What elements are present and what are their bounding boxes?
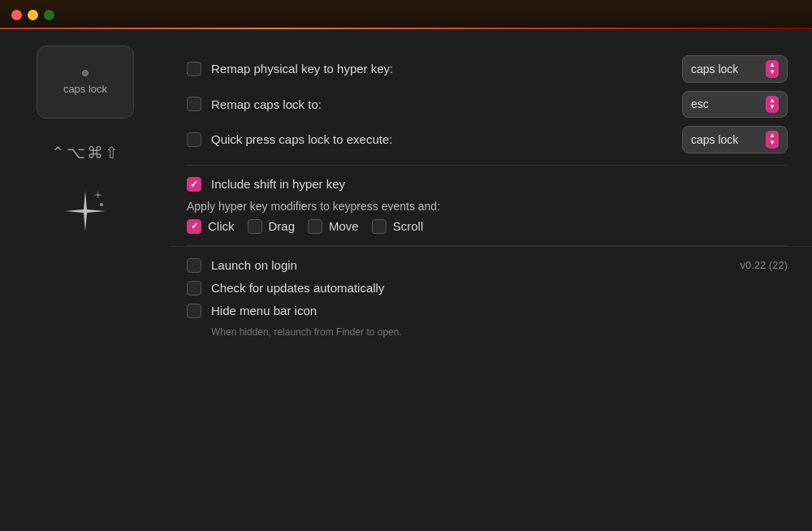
sidebar: caps lock ⌃⌥⌘⇧ (0, 29, 171, 531)
key-preview-label: caps lock (63, 83, 107, 95)
hide-menubar-checkbox[interactable] (187, 304, 201, 318)
content-area: Remap physical key to hyper key: caps lo… (171, 29, 812, 531)
key-dot-icon (82, 70, 89, 76)
click-label: Click (208, 219, 235, 233)
remap-physical-dropdown[interactable]: caps lock ▲ ▼ (682, 55, 788, 83)
include-shift-label: Include shift in hyper key (211, 177, 788, 191)
quick-press-dropdown[interactable]: caps lock ▲ ▼ (682, 126, 788, 153)
main-content: caps lock ⌃⌥⌘⇧ Rema (0, 29, 812, 531)
remap-physical-label: Remap physical key to hyper key: (211, 62, 672, 76)
remap-caps-row: Remap caps lock to: esc ▲ ▼ (187, 91, 788, 119)
check-updates-row: Check for updates automatically (187, 281, 788, 296)
version-label: v0.22 (22) (740, 259, 788, 271)
drag-option: Drag (248, 219, 296, 234)
remap-physical-row: Remap physical key to hyper key: caps lo… (187, 55, 788, 83)
remap-caps-dropdown[interactable]: esc ▲ ▼ (682, 91, 788, 119)
quick-press-value: caps lock (691, 133, 738, 146)
hint-text: When hidden, relaunch from Finder to ope… (211, 326, 788, 338)
check-updates-label: Check for updates automatically (211, 281, 788, 295)
hide-menubar-label: Hide menu bar icon (211, 304, 788, 317)
minimize-button[interactable] (28, 10, 38, 20)
remap-caps-value: esc (691, 97, 709, 110)
quick-press-checkbox[interactable] (187, 132, 201, 147)
svg-point-0 (100, 203, 103, 206)
click-option: Click (187, 219, 235, 234)
remap-caps-checkbox[interactable] (187, 97, 201, 111)
move-option: Move (308, 219, 359, 234)
arrow-down-icon: ▼ (769, 140, 775, 147)
maximize-button[interactable] (44, 10, 54, 20)
arrow-down-icon: ▼ (769, 104, 775, 111)
apply-label: Apply hyper key modifiers to keypress ev… (187, 200, 788, 213)
scroll-label: Scroll (393, 219, 424, 233)
hyper-section: Include shift in hyper key Apply hyper k… (187, 166, 788, 246)
modifier-keys-display: ⌃⌥⌘⇧ (51, 143, 120, 162)
quick-press-arrows: ▲ ▼ (766, 131, 779, 149)
drag-checkbox[interactable] (248, 219, 262, 234)
check-updates-checkbox[interactable] (187, 281, 201, 296)
remap-physical-checkbox[interactable] (187, 62, 201, 76)
title-bar (0, 0, 812, 29)
quick-press-row: Quick press caps lock to execute: caps l… (187, 126, 788, 153)
launch-login-checkbox[interactable] (187, 258, 201, 273)
hide-menubar-row: Hide menu bar icon (187, 304, 788, 318)
move-checkbox[interactable] (308, 219, 322, 234)
quick-press-label: Quick press caps lock to execute: (211, 132, 672, 146)
scroll-option: Scroll (372, 219, 424, 234)
remap-caps-label: Remap caps lock to: (211, 97, 672, 111)
sparkle-icon (61, 187, 110, 235)
drag-label: Drag (269, 219, 296, 233)
move-label: Move (329, 219, 359, 233)
key-preview: caps lock (37, 45, 134, 119)
remap-caps-arrows: ▲ ▼ (766, 96, 779, 114)
traffic-lights (11, 10, 54, 20)
launch-login-label: Launch on login (211, 258, 730, 272)
launch-login-row: Launch on login v0.22 (22) (187, 258, 788, 273)
include-shift-row: Include shift in hyper key (187, 177, 788, 192)
misc-section: Launch on login v0.22 (22) Check for upd… (187, 247, 788, 349)
click-checkbox[interactable] (187, 219, 201, 234)
scroll-checkbox[interactable] (372, 219, 387, 234)
include-shift-checkbox[interactable] (187, 177, 201, 192)
remap-physical-value: caps lock (691, 63, 738, 76)
close-button[interactable] (11, 10, 22, 20)
remap-physical-arrows: ▲ ▼ (766, 60, 779, 78)
arrow-down-icon: ▼ (769, 69, 775, 76)
apply-options-row: Click Drag Move Scroll (187, 219, 788, 234)
remap-section: Remap physical key to hyper key: caps lo… (187, 44, 788, 166)
